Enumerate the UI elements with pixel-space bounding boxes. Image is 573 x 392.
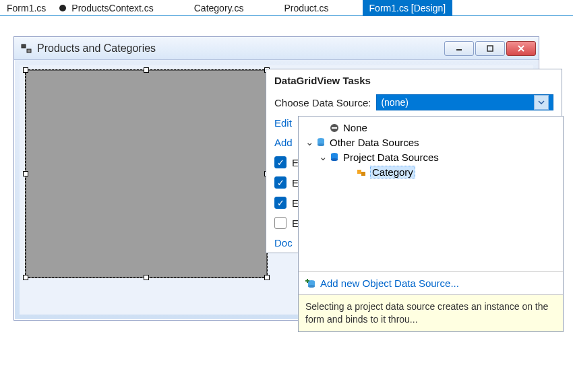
svg-rect-7 — [332, 127, 337, 129]
tab-category-cs[interactable]: Category.cs — [187, 0, 251, 15]
tree-node-project-data-sources[interactable]: ⌄ Project Data Sources — [304, 150, 557, 164]
tab-label: Form1.cs — [7, 3, 46, 13]
svg-rect-3 — [487, 46, 493, 51]
tasks-title: DataGridView Tasks — [266, 69, 562, 92]
resize-handle-w[interactable] — [23, 171, 28, 176]
svg-rect-0 — [22, 44, 26, 48]
tree-node-other-data-sources[interactable]: ⌄ Other Data Sources — [304, 135, 557, 150]
data-source-hint: Selecting a project data source creates … — [299, 294, 563, 331]
data-source-tree: None ⌄ Other Data Sources ⌄ Project Data… — [299, 117, 563, 271]
svg-rect-14 — [357, 170, 361, 174]
form-icon — [21, 43, 32, 54]
choose-data-source-label: Choose Data Source: — [274, 97, 371, 108]
resize-handle-s[interactable] — [144, 275, 149, 280]
resize-handle-se[interactable] — [264, 275, 270, 280]
database-stack-icon — [315, 137, 327, 148]
svg-point-10 — [318, 143, 324, 146]
tab-form1-design[interactable]: Form1.cs [Design] — [363, 0, 453, 15]
maximize-button[interactable] — [475, 41, 505, 56]
svg-rect-15 — [361, 172, 365, 176]
tree-node-none[interactable]: None — [304, 121, 557, 135]
none-icon — [328, 123, 340, 133]
dirty-dot-icon — [59, 5, 66, 11]
tree-node-category[interactable]: Category — [304, 164, 557, 180]
tab-label: Form1.cs [Design] — [369, 3, 446, 13]
document-tab-strip: Form1.cs ProductsContext.cs Category.cs … — [0, 0, 573, 16]
tree-label: None — [343, 122, 367, 133]
tree-label: Other Data Sources — [330, 137, 419, 148]
class-icon — [355, 167, 367, 178]
svg-point-13 — [331, 158, 338, 161]
svg-rect-1 — [27, 49, 31, 53]
tab-form1-cs[interactable]: Form1.cs — [0, 0, 53, 15]
chevron-down-icon[interactable] — [534, 95, 549, 110]
resize-handle-n[interactable] — [144, 67, 149, 73]
tab-label: ProductsContext.cs — [71, 3, 153, 13]
checkbox-checked-icon[interactable]: ✓ — [274, 156, 286, 168]
svg-point-18 — [308, 285, 315, 288]
add-new-object-data-source-link[interactable]: Add new Object Data Source... — [299, 271, 563, 294]
datagridview-control[interactable]: ◂ — [25, 69, 268, 278]
add-new-label: Add new Object Data Source... — [320, 277, 459, 289]
minimize-button[interactable] — [444, 41, 474, 56]
tree-label: Project Data Sources — [343, 152, 439, 163]
data-source-combo[interactable]: (none) — [376, 94, 553, 110]
database-icon — [328, 152, 340, 162]
form-title: Products and Categories — [37, 42, 444, 55]
tab-product-cs[interactable]: Product.cs — [277, 0, 335, 15]
chevron-down-icon[interactable]: ⌄ — [318, 151, 328, 163]
tab-label: Category.cs — [194, 3, 244, 13]
tab-productscontext-cs[interactable]: ProductsContext.cs — [53, 0, 160, 15]
checkbox-checked-icon[interactable]: ✓ — [274, 197, 286, 209]
resize-handle-sw[interactable] — [23, 275, 28, 280]
window-buttons — [444, 41, 536, 56]
designer-surface: Products and Categories — [0, 16, 573, 392]
choose-data-source-row: Choose Data Source: (none) — [266, 92, 562, 113]
close-button[interactable] — [506, 41, 536, 56]
tab-label: Product.cs — [284, 3, 328, 13]
data-source-dropdown: None ⌄ Other Data Sources ⌄ Project Data… — [298, 116, 564, 332]
data-source-selected-value: (none) — [381, 97, 408, 108]
chevron-down-icon[interactable]: ⌄ — [304, 136, 315, 148]
resize-handle-nw[interactable] — [23, 67, 28, 73]
add-database-icon — [305, 278, 316, 289]
tree-label: Category — [370, 166, 415, 178]
checkbox-checked-icon[interactable]: ✓ — [274, 176, 286, 189]
form-titlebar[interactable]: Products and Categories — [14, 37, 539, 60]
checkbox-unchecked-icon[interactable] — [274, 217, 286, 229]
